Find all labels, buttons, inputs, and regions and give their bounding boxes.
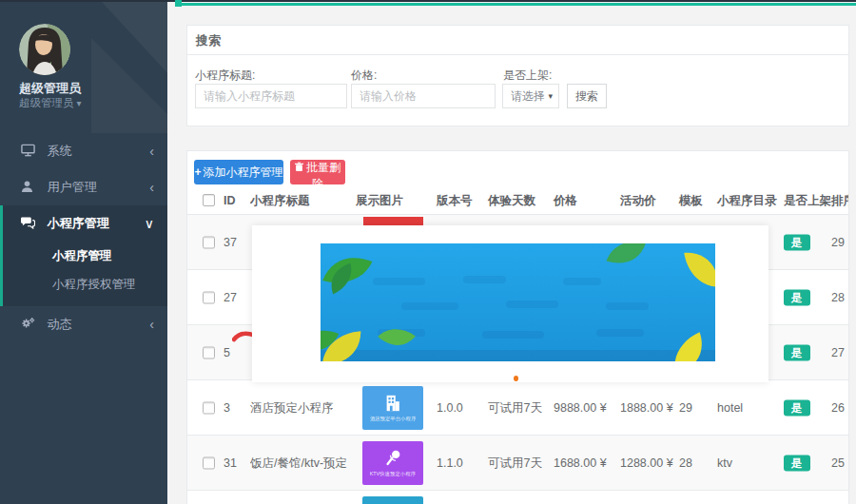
chevron-left-icon: ‹ bbox=[149, 169, 154, 205]
sidebar: 超级管理员 超级管理员▾ 系统 ‹ 用户管理 ‹ bbox=[0, 0, 167, 504]
chevron-left-icon: ‹ bbox=[149, 306, 154, 342]
col-header-listed: 是否上架 bbox=[784, 186, 831, 215]
sidebar-item-label: 系统 bbox=[48, 144, 72, 158]
thumbnail-ktv[interactable]: KTV快速预定小程序 bbox=[362, 441, 423, 485]
row-checkbox[interactable] bbox=[203, 236, 215, 248]
chevron-down-icon: ∨ bbox=[145, 205, 154, 242]
thumbnail-partial[interactable] bbox=[362, 496, 423, 504]
cell-sort: 29 bbox=[831, 236, 845, 249]
avatar[interactable] bbox=[19, 24, 70, 75]
sidebar-subitem-miniprogram-management[interactable]: 小程序管理 bbox=[3, 242, 167, 270]
image-preview-popup bbox=[252, 225, 768, 382]
microphone-icon bbox=[382, 449, 403, 468]
user-role-label: 超级管理员 bbox=[19, 97, 74, 108]
batch-delete-button[interactable]: 批量删除 bbox=[290, 160, 345, 184]
plus-icon: + bbox=[194, 165, 201, 179]
listed-badge: 是 bbox=[784, 455, 810, 471]
cell-id: 5 bbox=[224, 346, 230, 359]
admin-page: 超级管理员 超级管理员▾ 系统 ‹ 用户管理 ‹ bbox=[0, 0, 856, 504]
row-checkbox[interactable] bbox=[203, 346, 215, 359]
cell-directory: ktv bbox=[717, 456, 732, 470]
select-all-checkbox[interactable] bbox=[203, 194, 215, 206]
cell-activity-price: 1288.00 ¥ bbox=[620, 456, 673, 470]
cell-version: 1.0.0 bbox=[437, 401, 463, 415]
table-row: 31 饭店/餐馆/ktv-预定 KTV快速预定小程序 1.1.0 可试用7天 1… bbox=[187, 436, 849, 491]
cell-trial-days: 可试用7天 bbox=[488, 399, 542, 416]
loading-progress-blob bbox=[175, 0, 182, 7]
thumbnail-caption: KTV快速预定小程序 bbox=[370, 470, 416, 477]
row-checkbox[interactable] bbox=[203, 456, 215, 469]
sidebar-item-miniprogram-management[interactable]: 小程序管理 ∨ bbox=[3, 205, 167, 242]
table-row bbox=[187, 491, 849, 504]
row-checkbox[interactable] bbox=[203, 291, 215, 303]
title-filter-input[interactable] bbox=[195, 84, 347, 108]
gears-icon bbox=[21, 308, 36, 344]
sidebar-item-label: 用户管理 bbox=[48, 180, 97, 194]
cell-title: 饭店/餐馆/ktv-预定 bbox=[250, 455, 353, 471]
cell-id: 37 bbox=[224, 236, 237, 249]
cell-price: 9888.00 ¥ bbox=[554, 401, 607, 415]
col-header-title: 小程序标题 bbox=[250, 186, 353, 215]
cell-sort: 28 bbox=[831, 291, 845, 304]
sidebar-group-miniprogram: 小程序管理 ∨ 小程序管理 小程序授权管理 bbox=[0, 205, 167, 306]
col-header-trial-days: 体验天数 bbox=[488, 186, 535, 215]
trash-icon bbox=[295, 162, 303, 172]
listed-badge: 是 bbox=[784, 399, 810, 416]
user-name: 超级管理员 bbox=[19, 80, 81, 97]
cell-activity-price: 1888.00 ¥ bbox=[620, 401, 673, 415]
search-button[interactable]: 搜索 bbox=[567, 84, 607, 108]
col-header-version: 版本号 bbox=[437, 186, 473, 215]
thumbnail-sliver-red bbox=[363, 217, 423, 225]
thumbnail-hotel[interactable]: 酒店预定平台小程序 bbox=[362, 386, 423, 430]
chevron-left-icon: ‹ bbox=[149, 133, 154, 169]
cell-template: 29 bbox=[679, 401, 692, 415]
sidebar-item-system[interactable]: 系统 ‹ bbox=[0, 133, 167, 169]
cell-id: 27 bbox=[224, 291, 237, 304]
building-icon bbox=[382, 394, 403, 413]
sidebar-item-user-management[interactable]: 用户管理 ‹ bbox=[0, 169, 167, 205]
cell-price: 1688.00 ¥ bbox=[554, 456, 607, 470]
row-checkbox[interactable] bbox=[203, 401, 215, 414]
sidebar-item-dynamics[interactable]: 动态 ‹ bbox=[0, 306, 167, 342]
listed-filter-select[interactable]: 请选择 ▾ bbox=[502, 84, 559, 108]
sidebar-subitem-miniprogram-auth[interactable]: 小程序授权管理 bbox=[3, 270, 167, 299]
price-filter-label: 价格: bbox=[351, 68, 377, 84]
select-arrow-icon: ▾ bbox=[548, 85, 553, 107]
title-filter-label: 小程序标题: bbox=[195, 68, 255, 84]
listed-badge: 是 bbox=[784, 234, 810, 250]
window-top-edge bbox=[0, 0, 856, 2]
sidebar-nav: 系统 ‹ 用户管理 ‹ 小程序管理 ∨ 小程序管理 bbox=[0, 133, 167, 342]
cell-template: 28 bbox=[679, 456, 692, 470]
cell-sort: 26 bbox=[831, 401, 845, 415]
cell-sort: 27 bbox=[831, 346, 845, 359]
add-button-label: 添加小程序管理 bbox=[204, 165, 283, 179]
cell-id: 3 bbox=[224, 401, 230, 415]
cell-title: 酒店预定小程序 bbox=[250, 399, 353, 416]
sidebar-item-label: 动态 bbox=[48, 317, 72, 331]
listed-badge: 是 bbox=[784, 344, 810, 360]
col-header-id: ID bbox=[224, 186, 236, 215]
add-miniprogram-button[interactable]: +添加小程序管理 bbox=[194, 160, 283, 184]
col-header-price: 价格 bbox=[554, 186, 577, 215]
col-header-template: 模板 bbox=[679, 186, 703, 215]
search-panel-title: 搜索 bbox=[187, 26, 848, 55]
cell-id: 31 bbox=[224, 456, 237, 470]
select-value: 请选择 bbox=[511, 89, 545, 103]
listed-badge: 是 bbox=[784, 289, 810, 305]
sidebar-deco-triangle bbox=[91, 38, 167, 133]
listed-filter-label: 是否上架: bbox=[503, 68, 552, 84]
user-icon bbox=[21, 171, 36, 207]
col-header-sort: 排序 bbox=[831, 186, 849, 215]
profile-section: 超级管理员 超级管理员▾ bbox=[0, 0, 167, 133]
user-role-dropdown[interactable]: 超级管理员▾ bbox=[19, 96, 82, 110]
col-header-image: 展示图片 bbox=[356, 186, 403, 215]
comments-icon bbox=[21, 207, 36, 243]
cell-sort: 25 bbox=[831, 456, 845, 470]
sidebar-submenu: 小程序管理 小程序授权管理 bbox=[3, 242, 167, 299]
preview-orange-dot bbox=[514, 376, 518, 381]
monitor-icon bbox=[21, 135, 36, 171]
cell-directory: hotel bbox=[717, 401, 743, 415]
table-header: ID 小程序标题 展示图片 版本号 体验天数 价格 活动价 模板 小程序目录 是… bbox=[187, 186, 849, 215]
preview-image bbox=[321, 243, 715, 361]
price-filter-input[interactable] bbox=[351, 84, 496, 108]
